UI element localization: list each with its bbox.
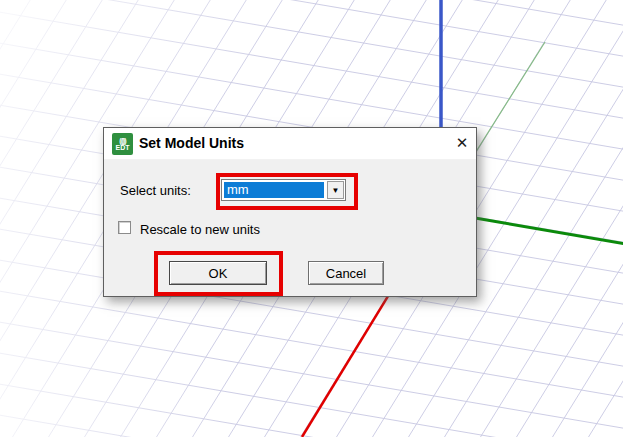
units-dropdown[interactable]: mm ▼ (221, 179, 346, 201)
dialog-title: Set Model Units (139, 135, 244, 151)
set-model-units-dialog: ((|)) EDT Set Model Units ✕ Select units… (103, 127, 477, 297)
ok-button[interactable]: OK (169, 261, 267, 285)
chevron-down-icon[interactable]: ▼ (327, 181, 344, 199)
edt-icon-waves: ((|)) (119, 137, 125, 144)
cancel-button[interactable]: Cancel (308, 261, 384, 285)
edt-icon-text: EDT (116, 144, 130, 152)
application-viewport: ((|)) EDT Set Model Units ✕ Select units… (0, 0, 623, 437)
select-units-label: Select units: (120, 183, 191, 198)
units-dropdown-value: mm (224, 182, 324, 198)
close-icon[interactable]: ✕ (451, 132, 473, 154)
rescale-checkbox[interactable] (118, 221, 131, 234)
rescale-checkbox-label: Rescale to new units (140, 222, 260, 237)
dialog-titlebar[interactable]: ((|)) EDT Set Model Units ✕ (104, 128, 476, 160)
ansys-edt-icon: ((|)) EDT (112, 133, 133, 155)
